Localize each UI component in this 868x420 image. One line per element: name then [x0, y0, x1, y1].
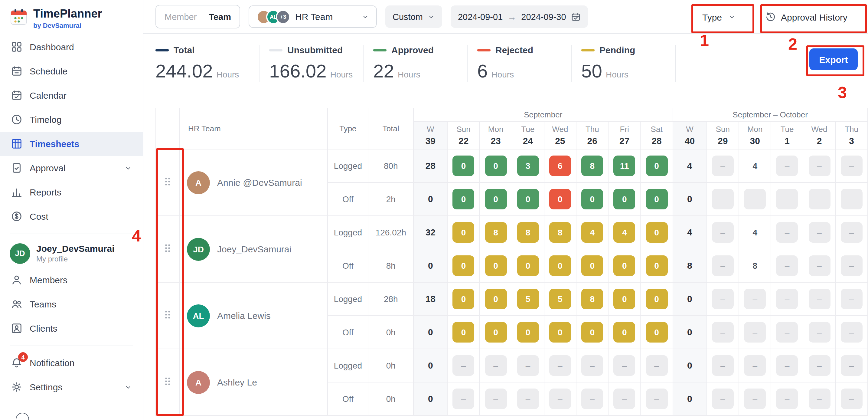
sidebar-item-teams[interactable]: Teams: [0, 292, 143, 317]
day-cell[interactable]: 8: [576, 282, 608, 316]
day-cell[interactable]: 0: [641, 149, 673, 182]
day-cell[interactable]: –: [609, 349, 641, 382]
day-cell[interactable]: –: [835, 382, 868, 416]
day-cell[interactable]: 0: [480, 316, 512, 349]
day-cell[interactable]: –: [803, 316, 835, 349]
row-drag-handle[interactable]: [156, 149, 179, 216]
day-cell[interactable]: 0: [544, 316, 576, 349]
day-cell[interactable]: 5: [544, 282, 576, 316]
sidebar-item-cost[interactable]: Cost: [0, 205, 143, 229]
row-drag-handle[interactable]: [156, 349, 179, 416]
day-cell[interactable]: –: [739, 282, 771, 316]
day-cell[interactable]: –: [544, 349, 576, 382]
day-cell[interactable]: 0: [447, 182, 479, 216]
day-cell[interactable]: –: [835, 182, 868, 216]
day-cell[interactable]: –: [707, 282, 739, 316]
sidebar-item-members[interactable]: Members: [0, 268, 143, 292]
day-cell[interactable]: –: [739, 182, 771, 216]
day-cell[interactable]: 11: [609, 149, 641, 182]
day-cell[interactable]: 5: [512, 282, 544, 316]
day-cell[interactable]: 4: [739, 149, 771, 182]
sidebar-item-approval[interactable]: Approval: [0, 156, 143, 180]
day-cell[interactable]: 0: [480, 182, 512, 216]
date-range-picker[interactable]: 2024-09-01 → 2024-09-30: [451, 5, 588, 28]
day-cell[interactable]: –: [707, 149, 739, 182]
sidebar-item-dashboard[interactable]: Dashboard: [0, 35, 143, 59]
sidebar-item-reports[interactable]: Reports: [0, 180, 143, 205]
day-cell[interactable]: –: [707, 216, 739, 249]
day-cell[interactable]: 0: [512, 316, 544, 349]
day-cell[interactable]: –: [835, 316, 868, 349]
day-cell[interactable]: 8: [739, 249, 771, 282]
day-cell[interactable]: –: [447, 382, 479, 416]
member-cell[interactable]: AAshley Le: [179, 349, 328, 416]
day-cell[interactable]: 0: [576, 249, 608, 282]
day-cell[interactable]: 0: [480, 249, 512, 282]
range-preset-select[interactable]: Custom: [385, 5, 442, 28]
day-cell[interactable]: –: [771, 182, 803, 216]
day-cell[interactable]: –: [707, 316, 739, 349]
type-filter-dropdown[interactable]: Type: [694, 5, 748, 28]
day-cell[interactable]: –: [739, 382, 771, 416]
day-cell[interactable]: –: [739, 349, 771, 382]
day-cell[interactable]: 0: [641, 182, 673, 216]
sidebar-profile[interactable]: JD Joey_DevSamurai My profile: [0, 239, 143, 268]
day-cell[interactable]: –: [771, 249, 803, 282]
day-cell[interactable]: –: [771, 349, 803, 382]
day-cell[interactable]: 0: [480, 149, 512, 182]
day-cell[interactable]: 0: [576, 316, 608, 349]
day-cell[interactable]: 0: [641, 282, 673, 316]
day-cell[interactable]: 0: [447, 282, 479, 316]
day-cell[interactable]: 0: [609, 282, 641, 316]
day-cell[interactable]: –: [480, 382, 512, 416]
day-cell[interactable]: 0: [641, 316, 673, 349]
day-cell[interactable]: –: [771, 216, 803, 249]
day-cell[interactable]: 0: [544, 249, 576, 282]
help-icon[interactable]: [16, 413, 29, 420]
day-cell[interactable]: 0: [609, 249, 641, 282]
day-cell[interactable]: 0: [609, 316, 641, 349]
sidebar-item-notification[interactable]: 4Notification: [0, 351, 143, 375]
day-cell[interactable]: –: [803, 282, 835, 316]
sidebar-item-clients[interactable]: Clients: [0, 317, 143, 341]
day-cell[interactable]: –: [835, 249, 868, 282]
day-cell[interactable]: 6: [544, 149, 576, 182]
day-cell[interactable]: 0: [447, 216, 479, 249]
day-cell[interactable]: –: [835, 216, 868, 249]
day-cell[interactable]: –: [576, 349, 608, 382]
day-cell[interactable]: –: [835, 149, 868, 182]
scope-option-member[interactable]: Member: [158, 12, 203, 22]
row-drag-handle[interactable]: [156, 216, 179, 282]
day-cell[interactable]: –: [447, 349, 479, 382]
day-cell[interactable]: 0: [609, 182, 641, 216]
day-cell[interactable]: 8: [576, 149, 608, 182]
day-cell[interactable]: –: [771, 382, 803, 416]
day-cell[interactable]: –: [803, 216, 835, 249]
day-cell[interactable]: 0: [512, 182, 544, 216]
sidebar-item-settings[interactable]: Settings: [0, 375, 143, 399]
day-cell[interactable]: 8: [480, 216, 512, 249]
day-cell[interactable]: –: [739, 316, 771, 349]
day-cell[interactable]: 0: [641, 249, 673, 282]
sidebar-item-timelog[interactable]: Timelog: [0, 108, 143, 132]
day-cell[interactable]: –: [641, 349, 673, 382]
approval-history-button[interactable]: Approval History: [760, 5, 857, 28]
day-cell[interactable]: 0: [576, 182, 608, 216]
team-select[interactable]: AL+3 HR Team: [249, 5, 377, 28]
day-cell[interactable]: –: [771, 149, 803, 182]
sidebar-item-timesheets[interactable]: Timesheets: [0, 132, 143, 156]
day-cell[interactable]: –: [707, 249, 739, 282]
day-cell[interactable]: 0: [544, 182, 576, 216]
day-cell[interactable]: 0: [447, 249, 479, 282]
day-cell[interactable]: 0: [512, 249, 544, 282]
member-cell[interactable]: JDJoey_DevSamurai: [179, 216, 328, 282]
day-cell[interactable]: 0: [480, 282, 512, 316]
day-cell[interactable]: –: [835, 349, 868, 382]
day-cell[interactable]: –: [512, 349, 544, 382]
day-cell[interactable]: –: [835, 282, 868, 316]
day-cell[interactable]: 8: [544, 216, 576, 249]
day-cell[interactable]: –: [803, 182, 835, 216]
day-cell[interactable]: –: [771, 316, 803, 349]
day-cell[interactable]: –: [803, 382, 835, 416]
day-cell[interactable]: –: [771, 282, 803, 316]
